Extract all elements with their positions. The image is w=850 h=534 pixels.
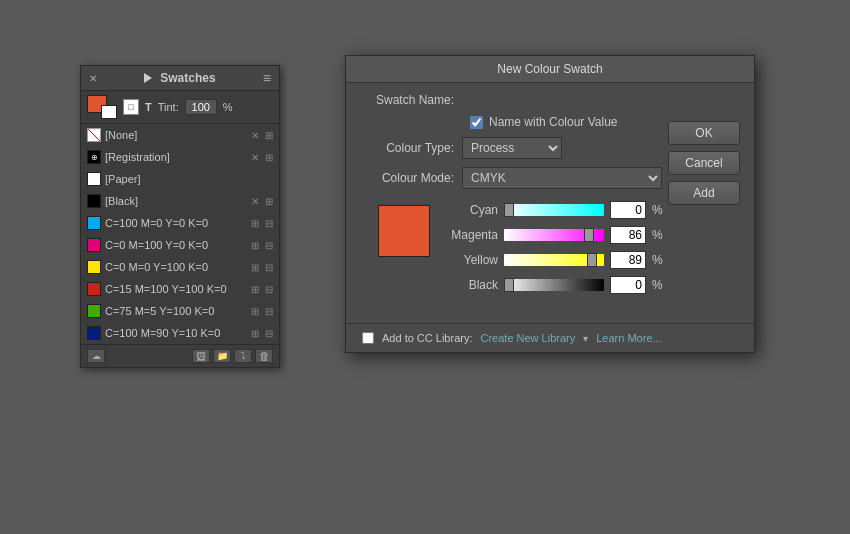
list-item[interactable]: [Black] ✕ ⊞ bbox=[81, 190, 279, 212]
swatch-icon-sq: ⊞ bbox=[251, 284, 259, 295]
yellow-value-input[interactable] bbox=[610, 251, 646, 269]
panel-menu-button[interactable]: ≡ bbox=[263, 70, 271, 86]
swatch-icon-sq: ⊞ bbox=[251, 306, 259, 317]
swatch-preview[interactable] bbox=[87, 95, 117, 119]
swatch-icon-sq2: ⊟ bbox=[265, 240, 273, 251]
list-item[interactable]: C=0 M=100 Y=0 K=0 ⊞ ⊟ bbox=[81, 234, 279, 256]
cancel-button[interactable]: Cancel bbox=[668, 151, 740, 175]
create-library-link[interactable]: Create New Library bbox=[480, 332, 575, 344]
swatch-icon-sq: ⊞ bbox=[265, 130, 273, 141]
magenta-slider-thumb[interactable] bbox=[584, 228, 594, 242]
swatch-name: [None] bbox=[105, 129, 247, 141]
cyan-slider-track[interactable] bbox=[504, 204, 604, 216]
colour-type-select[interactable]: Process Spot bbox=[462, 137, 562, 159]
swatch-icon-sq: ⊞ bbox=[251, 328, 259, 339]
name-with-value-row: Name with Colour Value bbox=[470, 115, 664, 129]
black-value-input[interactable] bbox=[610, 276, 646, 294]
black-slider-thumb[interactable] bbox=[504, 278, 514, 292]
name-with-colour-value-checkbox[interactable] bbox=[470, 116, 483, 129]
tint-input[interactable] bbox=[185, 99, 217, 115]
colour-type-row: Colour Type: Process Spot bbox=[362, 137, 664, 159]
swatch-icon-sq2: ⊟ bbox=[265, 328, 273, 339]
list-item[interactable]: C=15 M=100 Y=100 K=0 ⊞ ⊟ bbox=[81, 278, 279, 300]
swatch-icon-sq2: ⊟ bbox=[265, 284, 273, 295]
swatch-name-row: Swatch Name: bbox=[362, 93, 664, 107]
ok-button[interactable]: OK bbox=[668, 121, 740, 145]
magenta-value-input[interactable] bbox=[610, 226, 646, 244]
panel-toolbar: □ T Tint: % bbox=[81, 91, 279, 124]
import-icon[interactable]: ⤵ bbox=[234, 349, 252, 363]
yellow-slider-thumb[interactable] bbox=[587, 253, 597, 267]
swatch-icon-x: ✕ bbox=[251, 196, 259, 207]
swatch-name: C=100 M=0 Y=0 K=0 bbox=[105, 217, 247, 229]
black-slider-row: Black % bbox=[446, 276, 664, 294]
panel-titlebar: ✕ Swatches ≡ bbox=[81, 66, 279, 91]
background-color[interactable] bbox=[101, 105, 117, 119]
swatch-color-box bbox=[87, 238, 101, 252]
black-slider-track[interactable] bbox=[504, 279, 604, 291]
new-colour-swatch-dialog: New Colour Swatch Swatch Name: Name with… bbox=[345, 55, 755, 353]
swatch-name: C=100 M=90 Y=10 K=0 bbox=[105, 327, 247, 339]
colour-mode-row: Colour Mode: CMYK RGB Lab bbox=[362, 167, 664, 189]
swatch-color-box bbox=[87, 304, 101, 318]
panel-close-button[interactable]: ✕ bbox=[89, 73, 97, 84]
delete-icon[interactable]: 🗑 bbox=[255, 349, 273, 363]
swatch-name: [Black] bbox=[105, 195, 247, 207]
cyan-value-input[interactable] bbox=[610, 201, 646, 219]
swatch-color-box bbox=[87, 194, 101, 208]
panel-expand-icon bbox=[144, 73, 154, 83]
add-to-cc-label: Add to CC Library: bbox=[382, 332, 472, 344]
add-button[interactable]: Add bbox=[668, 181, 740, 205]
list-item[interactable]: [Paper] bbox=[81, 168, 279, 190]
list-item[interactable]: C=100 M=90 Y=10 K=0 ⊞ ⊟ bbox=[81, 322, 279, 344]
black-label: Black bbox=[446, 278, 498, 292]
dialog-buttons: OK Cancel Add bbox=[668, 121, 740, 205]
list-item[interactable]: C=100 M=0 Y=0 K=0 ⊞ ⊟ bbox=[81, 212, 279, 234]
list-item[interactable]: ⊕ [Registration] ✕ ⊞ bbox=[81, 146, 279, 168]
list-item[interactable]: [None] ✕ ⊞ bbox=[81, 124, 279, 146]
name-with-colour-value-label: Name with Colour Value bbox=[489, 115, 618, 129]
swatch-list: [None] ✕ ⊞ ⊕ [Registration] ✕ ⊞ [Paper] … bbox=[81, 124, 279, 344]
swatch-color-box bbox=[87, 326, 101, 340]
list-item[interactable]: C=75 M=5 Y=100 K=0 ⊞ ⊟ bbox=[81, 300, 279, 322]
tint-pct: % bbox=[223, 101, 233, 113]
dialog-footer: Add to CC Library: Create New Library ▾ … bbox=[346, 323, 754, 352]
sliders-area: Cyan % Magenta % bbox=[446, 201, 664, 301]
color-swatch-preview bbox=[378, 205, 430, 257]
yellow-slider-row: Yellow % bbox=[446, 251, 664, 269]
folder-icon[interactable]: 📁 bbox=[213, 349, 231, 363]
stroke-icon: □ bbox=[123, 99, 139, 115]
yellow-slider-track[interactable] bbox=[504, 254, 604, 266]
cyan-slider-thumb[interactable] bbox=[504, 203, 514, 217]
cyan-slider-row: Cyan % bbox=[446, 201, 664, 219]
swatch-icon-sq2: ⊟ bbox=[265, 262, 273, 273]
magenta-pct: % bbox=[652, 228, 664, 242]
magenta-slider-track[interactable] bbox=[504, 229, 604, 241]
cyan-pct: % bbox=[652, 203, 664, 217]
black-pct: % bbox=[652, 278, 664, 292]
swatch-name: C=15 M=100 Y=100 K=0 bbox=[105, 283, 247, 295]
swatch-name-label: Swatch Name: bbox=[362, 93, 462, 107]
reg-color-box: ⊕ bbox=[87, 150, 101, 164]
add-to-cc-library-checkbox[interactable] bbox=[362, 332, 374, 344]
colour-type-label: Colour Type: bbox=[362, 141, 462, 155]
new-swatch-icon[interactable]: 🖼 bbox=[192, 349, 210, 363]
magenta-slider-row: Magenta % bbox=[446, 226, 664, 244]
colour-mode-label: Colour Mode: bbox=[362, 171, 462, 185]
swatch-icon-sq: ⊞ bbox=[251, 240, 259, 251]
swatch-icon-x: ✕ bbox=[251, 130, 259, 141]
swatch-color-box bbox=[87, 216, 101, 230]
swatch-icon-sq: ⊞ bbox=[251, 218, 259, 229]
list-item[interactable]: C=0 M=0 Y=100 K=0 ⊞ ⊟ bbox=[81, 256, 279, 278]
yellow-pct: % bbox=[652, 253, 664, 267]
learn-more-link[interactable]: Learn More... bbox=[596, 332, 661, 344]
swatch-name: [Paper] bbox=[105, 173, 273, 185]
library-dropdown-arrow[interactable]: ▾ bbox=[583, 333, 588, 344]
swatch-name: [Registration] bbox=[105, 151, 247, 163]
colour-mode-select[interactable]: CMYK RGB Lab bbox=[462, 167, 662, 189]
cloud-icon[interactable]: ☁ bbox=[87, 349, 105, 363]
color-preview-area: Cyan % Magenta % bbox=[378, 201, 664, 301]
swatch-color-box bbox=[87, 172, 101, 186]
cyan-label: Cyan bbox=[446, 203, 498, 217]
swatch-icon-sq: ⊞ bbox=[265, 152, 273, 163]
